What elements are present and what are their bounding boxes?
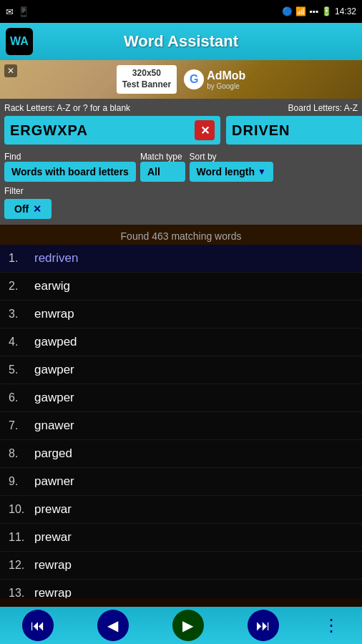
list-item[interactable]: 4.gawped — [0, 328, 362, 356]
status-right-icons: 🔵 📶 ▪▪▪ 🔋 14:32 — [282, 6, 356, 16]
ad-logo: G AdMob by Google — [184, 69, 245, 90]
skip-back-button[interactable]: ⏮ — [22, 610, 54, 641]
list-item[interactable]: 3.enwrap — [0, 301, 362, 328]
board-input-container: ✕ — [226, 116, 362, 145]
word-text: gawper — [34, 363, 74, 377]
word-number: 9. — [9, 475, 31, 488]
rack-input-container: ✕ — [4, 116, 220, 145]
word-number: 10. — [9, 503, 31, 516]
word-text: earwig — [34, 279, 70, 293]
app-logo: WA — [6, 28, 33, 55]
ad-banner: ✕ 320x50 Test Banner G AdMob by Google — [0, 60, 362, 99]
status-left-icons: ✉ 📱 — [6, 6, 29, 17]
list-item[interactable]: 9.pawner — [0, 468, 362, 496]
bottom-nav: ⏮ ◀ ▶ ⏭ ⋮ — [0, 607, 362, 644]
filter-label: Filter — [4, 186, 358, 196]
phone-icon: 📱 — [18, 6, 29, 17]
ad-text: 320x50 Test Banner — [117, 65, 177, 93]
list-item[interactable]: 6.gawper — [0, 384, 362, 412]
signal-icon: ▪▪▪ — [309, 6, 318, 16]
list-item[interactable]: 8.parged — [0, 440, 362, 468]
word-number: 13. — [9, 587, 31, 598]
word-text: gawper — [34, 391, 74, 405]
skip-forward-button[interactable]: ⏭ — [248, 610, 279, 641]
word-text: parged — [34, 447, 72, 461]
page-title: Word Assistant — [124, 32, 238, 51]
input-labels: Rack Letters: A-Z or ? for a blank Board… — [4, 103, 358, 113]
play-button[interactable]: ▶ — [172, 610, 204, 641]
sort-dropdown[interactable]: Word length ▼ — [190, 162, 273, 182]
board-input[interactable] — [232, 122, 362, 139]
word-number: 5. — [9, 364, 31, 376]
title-bar: WA Word Assistant — [0, 23, 362, 60]
word-text: redriven — [34, 251, 78, 265]
controls-row: Find Words with board letters Match type… — [0, 152, 362, 186]
status-bar: ✉ 📱 🔵 📶 ▪▪▪ 🔋 14:32 — [0, 0, 362, 23]
menu-button[interactable]: ⋮ — [323, 615, 340, 635]
word-number: 3. — [9, 308, 31, 321]
rack-input[interactable] — [10, 122, 195, 139]
list-item[interactable]: 12.rewrap — [0, 552, 362, 580]
word-number: 6. — [9, 391, 31, 404]
word-number: 7. — [9, 419, 31, 432]
google-g-icon: G — [184, 69, 204, 89]
word-text: prewar — [34, 502, 72, 517]
word-text: gnawer — [34, 419, 74, 433]
list-item[interactable]: 13.rewrap — [0, 580, 362, 598]
rack-label: Rack Letters: A-Z or ? for a blank — [4, 103, 130, 113]
word-text: prewar — [34, 530, 72, 545]
results-area: Found 463 matching words 1.redriven2.ear… — [0, 225, 362, 598]
word-number: 12. — [9, 559, 31, 572]
input-section: Rack Letters: A-Z or ? for a blank Board… — [0, 99, 362, 152]
match-group: Match type All — [140, 152, 185, 182]
input-row: ✕ ✕ — [4, 116, 358, 145]
filter-x-icon: ✕ — [33, 203, 41, 215]
match-dropdown[interactable]: All — [140, 162, 185, 182]
battery-icon: 🔋 — [321, 6, 332, 16]
chevron-down-icon: ▼ — [258, 167, 266, 177]
board-label: Board Letters: A-Z — [288, 103, 358, 113]
list-item[interactable]: 5.gawper — [0, 356, 362, 384]
list-item[interactable]: 2.earwig — [0, 273, 362, 301]
word-number: 2. — [9, 280, 31, 293]
filter-row: Filter Off ✕ — [0, 186, 362, 225]
word-text: pawner — [34, 474, 74, 489]
ad-close-button[interactable]: ✕ — [4, 64, 17, 77]
word-text: rewrap — [34, 558, 72, 572]
list-item[interactable]: 10.prewar — [0, 496, 362, 524]
find-label: Find — [4, 152, 133, 162]
match-label: Match type — [140, 152, 182, 162]
email-icon: ✉ — [6, 6, 14, 17]
word-number: 8. — [9, 447, 31, 460]
word-text: gawped — [34, 335, 77, 349]
word-text: rewrap — [34, 586, 72, 598]
word-number: 1. — [9, 252, 31, 265]
word-number: 4. — [9, 336, 31, 348]
list-item[interactable]: 11.prewar — [0, 524, 362, 552]
back-button[interactable]: ◀ — [97, 610, 129, 641]
filter-button[interactable]: Off ✕ — [4, 199, 52, 219]
list-item[interactable]: 7.gnawer — [0, 412, 362, 440]
clock: 14:32 — [335, 6, 356, 16]
sort-label: Sort by — [190, 152, 270, 162]
words-list[interactable]: 1.redriven2.earwig3.enwrap4.gawped5.gawp… — [0, 245, 362, 598]
sort-group: Sort by Word length ▼ — [190, 152, 273, 182]
list-item[interactable]: 1.redriven — [0, 245, 362, 273]
bluetooth-icon: 🔵 — [282, 6, 293, 16]
find-group: Find Words with board letters — [4, 152, 136, 182]
word-text: enwrap — [34, 307, 74, 321]
wifi-icon: 📶 — [295, 6, 306, 16]
found-count: Found 463 matching words — [0, 225, 362, 245]
word-number: 11. — [9, 531, 31, 544]
rack-clear-button[interactable]: ✕ — [195, 120, 215, 140]
find-dropdown[interactable]: Words with board letters — [4, 162, 136, 182]
